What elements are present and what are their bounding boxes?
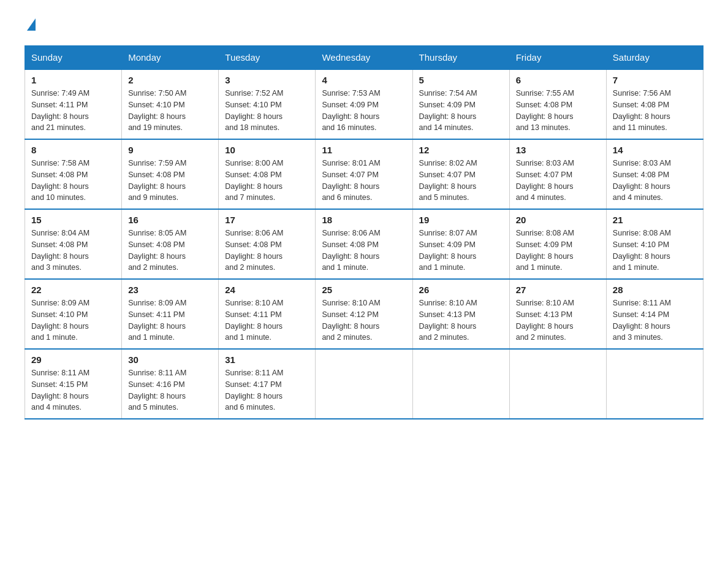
calendar-cell: 2Sunrise: 7:50 AMSunset: 4:10 PMDaylight…: [122, 69, 219, 139]
calendar-cell: 10Sunrise: 8:00 AMSunset: 4:08 PMDayligh…: [219, 139, 316, 209]
calendar-cell: 16Sunrise: 8:05 AMSunset: 4:08 PMDayligh…: [122, 209, 219, 279]
day-number: 19: [419, 215, 503, 225]
calendar-cell: 12Sunrise: 8:02 AMSunset: 4:07 PMDayligh…: [412, 139, 509, 209]
logo-triangle-icon: [27, 18, 36, 31]
calendar-cell: 21Sunrise: 8:08 AMSunset: 4:10 PMDayligh…: [606, 209, 703, 279]
day-number: 23: [128, 285, 212, 295]
day-number: 10: [225, 145, 309, 155]
day-info: Sunrise: 7:58 AMSunset: 4:08 PMDaylight:…: [31, 158, 115, 204]
weekday-header-thursday: Thursday: [412, 46, 509, 70]
day-info: Sunrise: 8:07 AMSunset: 4:09 PMDaylight:…: [419, 228, 503, 274]
day-info: Sunrise: 8:08 AMSunset: 4:09 PMDaylight:…: [516, 228, 600, 274]
calendar-week-row: 29Sunrise: 8:11 AMSunset: 4:15 PMDayligh…: [25, 349, 703, 419]
page-header: [25, 18, 703, 33]
calendar-week-row: 1Sunrise: 7:49 AMSunset: 4:11 PMDaylight…: [25, 69, 703, 139]
weekday-header-tuesday: Tuesday: [219, 46, 316, 70]
calendar-cell: 17Sunrise: 8:06 AMSunset: 4:08 PMDayligh…: [219, 209, 316, 279]
day-info: Sunrise: 8:05 AMSunset: 4:08 PMDaylight:…: [128, 228, 212, 274]
day-info: Sunrise: 7:59 AMSunset: 4:08 PMDaylight:…: [128, 158, 212, 204]
day-number: 11: [322, 145, 406, 155]
calendar-cell: 13Sunrise: 8:03 AMSunset: 4:07 PMDayligh…: [509, 139, 606, 209]
calendar-cell: 19Sunrise: 8:07 AMSunset: 4:09 PMDayligh…: [412, 209, 509, 279]
calendar-cell: 24Sunrise: 8:10 AMSunset: 4:11 PMDayligh…: [219, 279, 316, 349]
day-info: Sunrise: 8:03 AMSunset: 4:08 PMDaylight:…: [613, 158, 697, 204]
day-number: 9: [128, 145, 212, 155]
day-info: Sunrise: 7:52 AMSunset: 4:10 PMDaylight:…: [225, 88, 309, 134]
day-number: 24: [225, 285, 309, 295]
day-number: 5: [419, 75, 503, 85]
day-info: Sunrise: 8:11 AMSunset: 4:15 PMDaylight:…: [31, 367, 115, 413]
day-number: 30: [128, 354, 212, 365]
day-info: Sunrise: 8:06 AMSunset: 4:08 PMDaylight:…: [322, 228, 406, 274]
calendar-cell: 31Sunrise: 8:11 AMSunset: 4:17 PMDayligh…: [219, 349, 316, 419]
day-info: Sunrise: 8:04 AMSunset: 4:08 PMDaylight:…: [31, 228, 115, 274]
calendar-cell: 30Sunrise: 8:11 AMSunset: 4:16 PMDayligh…: [122, 349, 219, 419]
calendar-table: SundayMondayTuesdayWednesdayThursdayFrid…: [25, 45, 703, 419]
day-number: 18: [322, 215, 406, 225]
day-info: Sunrise: 7:56 AMSunset: 4:08 PMDaylight:…: [613, 88, 697, 134]
day-info: Sunrise: 8:09 AMSunset: 4:10 PMDaylight:…: [31, 297, 115, 343]
day-number: 22: [31, 285, 115, 295]
weekday-header-sunday: Sunday: [25, 46, 122, 70]
day-info: Sunrise: 8:10 AMSunset: 4:13 PMDaylight:…: [516, 297, 600, 343]
calendar-cell: 28Sunrise: 8:11 AMSunset: 4:14 PMDayligh…: [606, 279, 703, 349]
logo: [25, 18, 36, 33]
day-number: 4: [322, 75, 406, 85]
day-number: 26: [419, 285, 503, 295]
calendar-cell: 1Sunrise: 7:49 AMSunset: 4:11 PMDaylight…: [25, 69, 122, 139]
calendar-cell: 15Sunrise: 8:04 AMSunset: 4:08 PMDayligh…: [25, 209, 122, 279]
calendar-cell: 7Sunrise: 7:56 AMSunset: 4:08 PMDaylight…: [606, 69, 703, 139]
calendar-cell: 9Sunrise: 7:59 AMSunset: 4:08 PMDaylight…: [122, 139, 219, 209]
day-info: Sunrise: 8:02 AMSunset: 4:07 PMDaylight:…: [419, 158, 503, 204]
day-info: Sunrise: 8:10 AMSunset: 4:13 PMDaylight:…: [419, 297, 503, 343]
day-number: 27: [516, 285, 600, 295]
day-info: Sunrise: 8:11 AMSunset: 4:17 PMDaylight:…: [225, 367, 309, 413]
calendar-cell: 25Sunrise: 8:10 AMSunset: 4:12 PMDayligh…: [316, 279, 412, 349]
calendar-week-row: 22Sunrise: 8:09 AMSunset: 4:10 PMDayligh…: [25, 279, 703, 349]
calendar-cell: 20Sunrise: 8:08 AMSunset: 4:09 PMDayligh…: [509, 209, 606, 279]
day-number: 16: [128, 215, 212, 225]
day-info: Sunrise: 8:10 AMSunset: 4:11 PMDaylight:…: [225, 297, 309, 343]
calendar-cell: 5Sunrise: 7:54 AMSunset: 4:09 PMDaylight…: [412, 69, 509, 139]
calendar-week-row: 8Sunrise: 7:58 AMSunset: 4:08 PMDaylight…: [25, 139, 703, 209]
day-info: Sunrise: 8:08 AMSunset: 4:10 PMDaylight:…: [613, 228, 697, 274]
calendar-cell: 26Sunrise: 8:10 AMSunset: 4:13 PMDayligh…: [412, 279, 509, 349]
calendar-cell: 22Sunrise: 8:09 AMSunset: 4:10 PMDayligh…: [25, 279, 122, 349]
day-number: 12: [419, 145, 503, 155]
day-info: Sunrise: 8:03 AMSunset: 4:07 PMDaylight:…: [516, 158, 600, 204]
day-number: 28: [613, 285, 697, 295]
day-info: Sunrise: 8:09 AMSunset: 4:11 PMDaylight:…: [128, 297, 212, 343]
day-info: Sunrise: 8:06 AMSunset: 4:08 PMDaylight:…: [225, 228, 309, 274]
day-info: Sunrise: 7:50 AMSunset: 4:10 PMDaylight:…: [128, 88, 212, 134]
day-number: 31: [225, 354, 309, 365]
weekday-header-wednesday: Wednesday: [316, 46, 412, 70]
calendar-cell: 18Sunrise: 8:06 AMSunset: 4:08 PMDayligh…: [316, 209, 412, 279]
day-info: Sunrise: 8:01 AMSunset: 4:07 PMDaylight:…: [322, 158, 406, 204]
day-info: Sunrise: 8:00 AMSunset: 4:08 PMDaylight:…: [225, 158, 309, 204]
calendar-cell: 29Sunrise: 8:11 AMSunset: 4:15 PMDayligh…: [25, 349, 122, 419]
calendar-cell: 14Sunrise: 8:03 AMSunset: 4:08 PMDayligh…: [606, 139, 703, 209]
day-number: 8: [31, 145, 115, 155]
calendar-cell: [606, 349, 703, 419]
calendar-cell: 4Sunrise: 7:53 AMSunset: 4:09 PMDaylight…: [316, 69, 412, 139]
weekday-header-saturday: Saturday: [606, 46, 703, 70]
day-number: 21: [613, 215, 697, 225]
day-number: 14: [613, 145, 697, 155]
calendar-header-row: SundayMondayTuesdayWednesdayThursdayFrid…: [25, 46, 703, 70]
day-number: 1: [31, 75, 115, 85]
calendar-cell: [509, 349, 606, 419]
weekday-header-monday: Monday: [122, 46, 219, 70]
calendar-cell: 23Sunrise: 8:09 AMSunset: 4:11 PMDayligh…: [122, 279, 219, 349]
day-info: Sunrise: 7:53 AMSunset: 4:09 PMDaylight:…: [322, 88, 406, 134]
day-info: Sunrise: 7:49 AMSunset: 4:11 PMDaylight:…: [31, 88, 115, 134]
day-number: 7: [613, 75, 697, 85]
day-number: 15: [31, 215, 115, 225]
day-number: 25: [322, 285, 406, 295]
day-info: Sunrise: 8:11 AMSunset: 4:16 PMDaylight:…: [128, 367, 212, 413]
calendar-cell: 3Sunrise: 7:52 AMSunset: 4:10 PMDaylight…: [219, 69, 316, 139]
day-number: 17: [225, 215, 309, 225]
day-info: Sunrise: 8:11 AMSunset: 4:14 PMDaylight:…: [613, 297, 697, 343]
day-number: 13: [516, 145, 600, 155]
calendar-cell: 27Sunrise: 8:10 AMSunset: 4:13 PMDayligh…: [509, 279, 606, 349]
day-info: Sunrise: 8:10 AMSunset: 4:12 PMDaylight:…: [322, 297, 406, 343]
